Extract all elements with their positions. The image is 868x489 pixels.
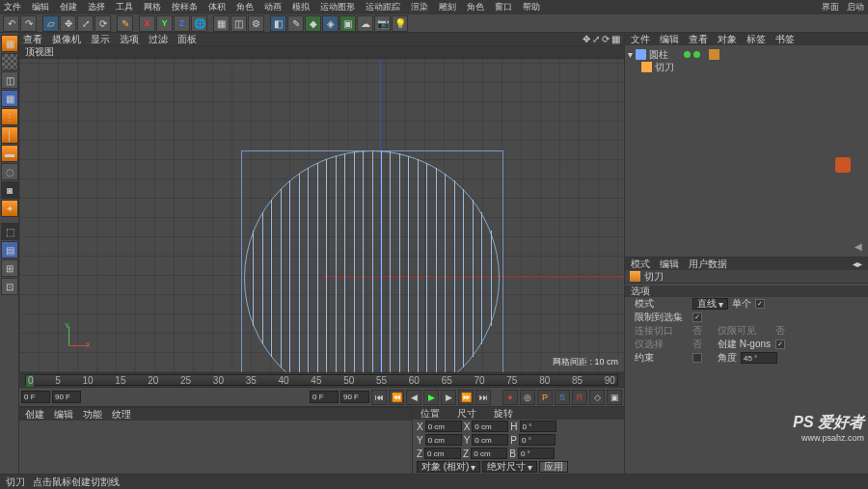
attr-edit-menu[interactable]: 编辑 xyxy=(660,258,679,271)
timeline-track[interactable]: 051015202530354045505560657075808590 xyxy=(25,374,618,386)
ngon-checkbox[interactable]: ✓ xyxy=(775,340,785,349)
menu-item[interactable]: 工具 xyxy=(116,1,133,14)
menu-item[interactable]: 运动跟踪 xyxy=(366,1,400,14)
menu-item[interactable]: 创建 xyxy=(60,1,77,14)
size-y-field[interactable] xyxy=(472,434,508,446)
attr-nav-icon[interactable]: ◂▸ xyxy=(853,258,862,269)
attr-mode-menu[interactable]: 模式 xyxy=(631,258,650,271)
layout-label[interactable]: 界面 xyxy=(822,1,839,14)
goto-start-button[interactable]: ⏮ xyxy=(371,390,387,405)
visibility-editor-dot[interactable] xyxy=(684,51,691,58)
size-x-field[interactable] xyxy=(472,421,508,432)
start-frame-field[interactable] xyxy=(21,391,50,403)
nurbs-button[interactable]: ◆ xyxy=(305,15,321,32)
view-rotate-icon[interactable]: ⟳ xyxy=(602,34,610,44)
workplane-button[interactable]: ⊡ xyxy=(1,278,18,295)
camera-menu[interactable]: 摄像机 xyxy=(52,33,81,46)
viewport-solo-button[interactable]: ▤ xyxy=(1,241,18,258)
coord-size-dropdown[interactable]: 绝对尺寸▾ xyxy=(482,461,537,473)
uv-points-button[interactable]: ◌ xyxy=(1,163,18,180)
end-frame-field[interactable] xyxy=(52,391,81,403)
viewport[interactable]: X Y 网格间距 : 10 cm xyxy=(19,59,624,372)
prim-pen-button[interactable]: ✎ xyxy=(287,15,304,32)
tree-row-cylinder[interactable]: ▾ 圆柱 xyxy=(628,48,865,61)
object-tree[interactable]: ▾ 圆柱 切刀 xyxy=(625,45,868,257)
layout-start[interactable]: 启动 xyxy=(847,1,864,14)
autokey-button[interactable]: ◎ xyxy=(520,390,535,405)
constrain-checkbox[interactable] xyxy=(692,353,702,363)
rot-p-field[interactable] xyxy=(519,434,556,446)
menu-item[interactable]: 帮助 xyxy=(523,1,540,14)
axis-x-toggle[interactable]: X xyxy=(139,15,155,32)
render-settings-button[interactable]: ⚙ xyxy=(248,15,264,32)
menu-item[interactable]: 网格 xyxy=(144,1,161,14)
menu-item[interactable]: 角色 xyxy=(467,1,484,14)
polygons-mode-button[interactable]: ▬ xyxy=(1,145,18,162)
axis-y-toggle[interactable]: Y xyxy=(156,15,173,32)
mat-edit-menu[interactable]: 编辑 xyxy=(54,408,73,421)
pos-x-field[interactable] xyxy=(425,421,462,432)
options-section-header[interactable]: 选项 xyxy=(625,285,868,297)
axis-mode-button[interactable]: ✦ xyxy=(1,200,18,217)
make-editable-button[interactable]: ▦ xyxy=(1,35,18,52)
obj-file-menu[interactable]: 文件 xyxy=(631,33,650,46)
render-view-button[interactable]: ▦ xyxy=(213,15,230,32)
mat-create-menu[interactable]: 创建 xyxy=(25,408,44,421)
apply-button[interactable]: 应用 xyxy=(539,461,568,473)
prev-frame-button[interactable]: ◀ xyxy=(406,390,421,405)
menu-item[interactable]: 文件 xyxy=(4,1,21,14)
menu-item[interactable]: 编辑 xyxy=(32,1,49,14)
menu-item[interactable]: 运动图形 xyxy=(320,1,355,14)
restrict-checkbox[interactable]: ✓ xyxy=(692,312,702,322)
attr-userdata-menu[interactable]: 用户数据 xyxy=(689,258,727,271)
panel-menu[interactable]: 面板 xyxy=(177,33,197,46)
menu-item[interactable]: 动画 xyxy=(264,1,282,14)
texture-mode-button[interactable]: ▦ xyxy=(1,90,18,107)
obj-edit-menu[interactable]: 编辑 xyxy=(660,33,679,46)
pos-z-field[interactable] xyxy=(424,448,461,459)
visibility-render-dot[interactable] xyxy=(693,51,700,58)
size-z-field[interactable] xyxy=(471,448,507,459)
tweak-button[interactable]: ⬚ xyxy=(1,223,18,240)
select-tool[interactable]: ▱ xyxy=(42,15,59,32)
filter-menu[interactable]: 过滤 xyxy=(149,33,168,46)
menu-item[interactable]: 体积 xyxy=(208,1,226,14)
panel-expand-icon[interactable] xyxy=(854,241,867,254)
obj-objects-menu[interactable]: 对象 xyxy=(718,33,737,46)
rotate-tool[interactable]: ⟳ xyxy=(95,15,111,32)
expand-icon[interactable]: ▾ xyxy=(628,49,633,60)
plugin-badge-icon[interactable] xyxy=(835,157,851,173)
key-pos-button[interactable]: P xyxy=(537,390,553,405)
obj-view-menu[interactable]: 查看 xyxy=(689,33,708,46)
prev-key-button[interactable]: ⏪ xyxy=(389,390,404,405)
obj-tags-menu[interactable]: 标签 xyxy=(746,33,766,46)
key-scale-button[interactable]: S xyxy=(555,390,570,405)
rot-b-field[interactable] xyxy=(518,448,555,459)
mat-tex-menu[interactable]: 纹理 xyxy=(112,408,131,421)
tree-label[interactable]: 切刀 xyxy=(655,61,674,74)
object-mode-button[interactable]: ◫ xyxy=(1,71,18,89)
menu-item[interactable]: 选择 xyxy=(88,1,105,14)
redo-button[interactable]: ↷ xyxy=(20,15,37,32)
next-frame-button[interactable]: ▶ xyxy=(441,390,456,405)
generator-button[interactable]: ◈ xyxy=(322,15,339,32)
cut-mode-dropdown[interactable]: 直线 ▾ xyxy=(692,298,728,310)
move-tool[interactable]: ✥ xyxy=(60,15,76,32)
rot-h-field[interactable] xyxy=(520,421,556,432)
menu-item[interactable]: 角色 xyxy=(236,1,254,14)
record-button[interactable]: ● xyxy=(502,390,518,405)
range-end-field[interactable] xyxy=(340,391,369,403)
pos-y-field[interactable] xyxy=(425,434,462,446)
camera-button[interactable]: 📷 xyxy=(374,15,391,32)
obj-bookmarks-menu[interactable]: 书签 xyxy=(775,33,795,46)
undo-button[interactable]: ↶ xyxy=(3,15,19,32)
prim-cube-button[interactable]: ◧ xyxy=(270,15,286,32)
light-button[interactable]: 💡 xyxy=(392,15,408,32)
coord-mode-dropdown[interactable]: 对象 (相对)▾ xyxy=(417,461,480,473)
menu-item[interactable]: 窗口 xyxy=(495,1,512,14)
key-rot-button[interactable]: R xyxy=(572,390,587,405)
points-mode-button[interactable]: ⋮ xyxy=(1,108,18,125)
environment-button[interactable]: ☁ xyxy=(357,15,373,32)
key-param-button[interactable]: ◇ xyxy=(589,390,605,405)
timeline[interactable]: 051015202530354045505560657075808590 xyxy=(19,372,624,388)
